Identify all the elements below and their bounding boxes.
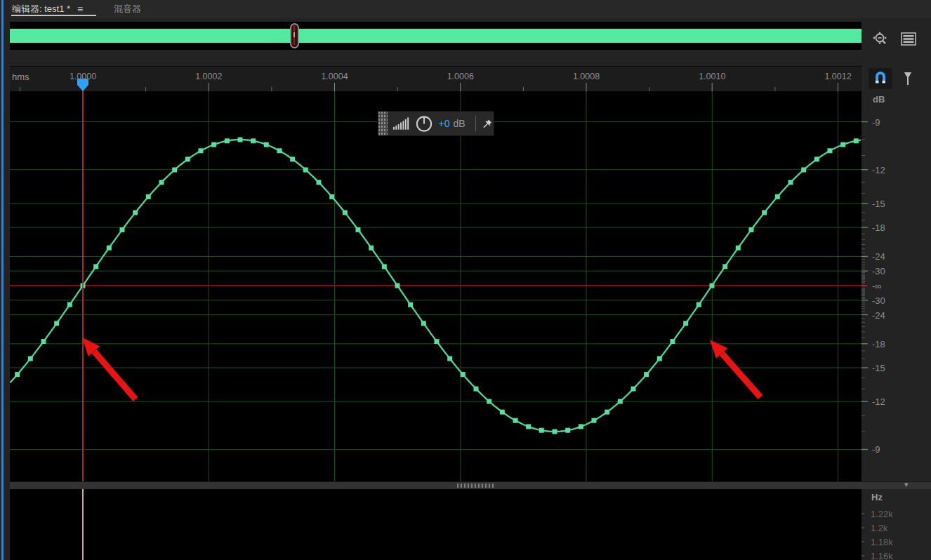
view-range-playhead [293, 25, 295, 45]
ruler-time-label: 1.0002 [195, 72, 222, 81]
db-value-label: -30 [872, 295, 885, 305]
db-value-label: -24 [872, 251, 885, 262]
grid-lines [10, 91, 861, 481]
ruler-corner [861, 66, 931, 91]
hud-divider [475, 116, 476, 131]
tab-mixer[interactable]: 混音器 [114, 3, 141, 15]
waveform-editor-canvas[interactable] [10, 91, 861, 481]
db-value-label: -30 [872, 266, 885, 276]
ruler-ticks [10, 67, 861, 92]
hz-value-label: 1.22k [871, 509, 893, 519]
volume-hud[interactable]: +0 dB [378, 111, 494, 136]
panel-menu-icon[interactable]: ≡ [77, 4, 83, 15]
hz-value-label: 1.16k [871, 551, 893, 560]
file-overview-track[interactable] [10, 22, 861, 50]
panel-tab-bar: 编辑器: test1 * ≡ 混音器 [0, 0, 931, 18]
spectral-playhead [82, 489, 84, 560]
ruler-time-label: 1.0000 [70, 72, 96, 81]
ruler-time-label: 1.0010 [699, 72, 725, 81]
db-value-label: -12 [872, 164, 885, 175]
gain-knob-icon[interactable] [415, 114, 433, 133]
db-value-label: -12 [872, 396, 885, 407]
hud-drag-handle[interactable] [378, 112, 388, 135]
snap-toggle-button[interactable] [869, 68, 892, 89]
pin-icon[interactable] [482, 117, 494, 130]
spectral-view-canvas[interactable] [10, 489, 861, 560]
hz-value-label: 1.2k [871, 523, 888, 533]
panel-edge [0, 0, 10, 560]
db-value-label: -15 [872, 198, 885, 208]
panel-splitter[interactable]: ▾ [10, 481, 931, 489]
ruler-time-label: 1.0006 [447, 72, 474, 81]
view-range-indicator[interactable] [290, 23, 299, 48]
volume-bars-icon [392, 116, 410, 131]
ruler-time-label: 1.0008 [573, 72, 600, 81]
db-value-label: -18 [872, 222, 885, 233]
tab-mixer-label: 混音器 [114, 3, 141, 15]
db-value-label: -24 [872, 309, 885, 320]
panel-layout-icon[interactable] [901, 32, 916, 46]
ruler-time-label: 1.0012 [824, 72, 851, 81]
db-value-label: -18 [872, 338, 885, 349]
time-ruler[interactable]: hms 1.00001.00021.00041.00061.00081.0010… [10, 66, 861, 91]
gain-unit-label: dB [454, 118, 465, 129]
ruler-time-label: 1.0004 [321, 72, 348, 81]
waveform-svg [10, 91, 861, 481]
splitter-collapse-icon[interactable]: ▾ [904, 480, 909, 489]
tab-editor-label: 编辑器: test1 * [12, 3, 70, 15]
frequency-scale: Hz 1.22k1.2k1.18k1.16k [861, 489, 931, 560]
splitter-grip[interactable] [457, 484, 494, 488]
amplitude-scale: dB -9-9-12-12-15-15-18-18-24-24-30-30-∞ [861, 91, 931, 481]
zoom-navigate-icon[interactable] [873, 32, 888, 47]
gain-value[interactable]: +0 [439, 118, 450, 129]
active-tab-underline [11, 15, 96, 16]
file-overview-waveform [10, 29, 861, 43]
db-value-label: -15 [872, 363, 885, 373]
db-value-label: -9 [872, 444, 880, 455]
magnet-icon [869, 68, 892, 89]
tab-editor[interactable]: 编辑器: test1 * ≡ [12, 3, 83, 15]
navigation-row [0, 18, 931, 65]
marker-pin-icon[interactable] [902, 71, 913, 86]
db-value-label: -9 [872, 116, 880, 127]
db-infinity-label: -∞ [872, 281, 882, 291]
annotation-arrows [82, 338, 760, 399]
panel-focus-indicator [1, 0, 4, 560]
hz-value-label: 1.18k [871, 537, 893, 547]
